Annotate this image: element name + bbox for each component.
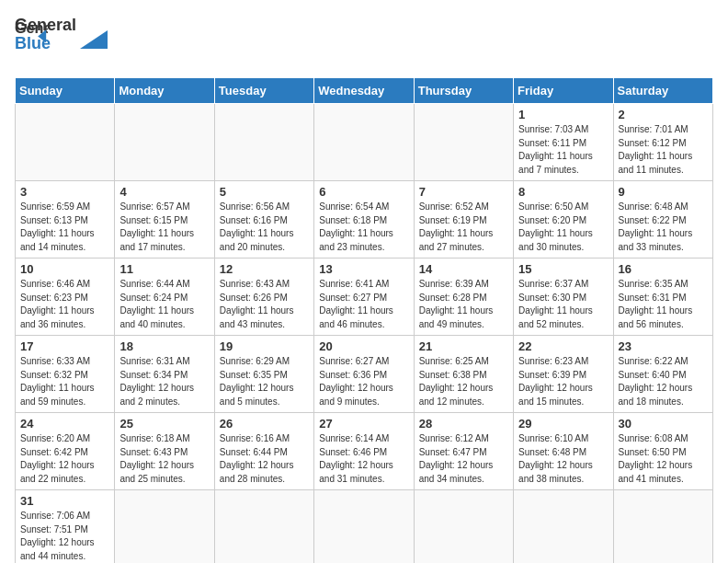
day-number: 4 xyxy=(119,185,209,199)
day-number: 19 xyxy=(220,339,309,353)
day-info: Sunrise: 6:48 AMSunset: 6:22 PMDaylight:… xyxy=(619,201,708,254)
calendar-cell xyxy=(414,490,513,564)
day-info: Sunrise: 6:59 AMSunset: 6:13 PMDaylight:… xyxy=(20,201,109,254)
calendar-cell: 19Sunrise: 6:29 AMSunset: 6:35 PMDayligh… xyxy=(214,336,313,413)
day-number: 31 xyxy=(20,494,109,508)
day-info: Sunrise: 6:44 AMSunset: 6:24 PMDaylight:… xyxy=(119,278,209,331)
day-number: 5 xyxy=(220,185,309,199)
day-number: 12 xyxy=(220,262,309,276)
calendar-cell: 10Sunrise: 6:46 AMSunset: 6:23 PMDayligh… xyxy=(16,259,115,336)
calendar-cell: 11Sunrise: 6:44 AMSunset: 6:24 PMDayligh… xyxy=(115,259,214,336)
calendar-cell: 5Sunrise: 6:56 AMSunset: 6:16 PMDaylight… xyxy=(214,181,313,259)
calendar-cell: 28Sunrise: 6:12 AMSunset: 6:47 PMDayligh… xyxy=(414,413,513,490)
logo-container: General Blue xyxy=(15,17,108,53)
calendar-cell: 1Sunrise: 7:03 AMSunset: 6:11 PMDaylight… xyxy=(514,104,613,181)
day-number: 3 xyxy=(20,185,109,199)
calendar-cell: 22Sunrise: 6:23 AMSunset: 6:39 PMDayligh… xyxy=(514,336,613,413)
calendar-cell xyxy=(613,490,712,564)
calendar-week-row: 1Sunrise: 7:03 AMSunset: 6:11 PMDaylight… xyxy=(16,104,713,181)
day-number: 22 xyxy=(518,339,608,353)
logo-general: General xyxy=(15,17,76,35)
weekday-header-row: SundayMondayTuesdayWednesdayThursdayFrid… xyxy=(16,78,713,104)
calendar-cell: 12Sunrise: 6:43 AMSunset: 6:26 PMDayligh… xyxy=(214,259,313,336)
calendar-cell xyxy=(414,104,513,181)
day-number: 24 xyxy=(20,417,109,431)
calendar-cell: 7Sunrise: 6:52 AMSunset: 6:19 PMDaylight… xyxy=(414,181,513,259)
calendar-cell: 21Sunrise: 6:25 AMSunset: 6:38 PMDayligh… xyxy=(414,336,513,413)
day-number: 18 xyxy=(119,339,209,353)
day-number: 9 xyxy=(619,185,708,199)
day-number: 20 xyxy=(319,339,408,353)
calendar-week-row: 24Sunrise: 6:20 AMSunset: 6:42 PMDayligh… xyxy=(16,413,713,490)
day-number: 7 xyxy=(419,185,508,199)
svg-marker-2 xyxy=(80,30,108,49)
calendar-cell xyxy=(214,104,313,181)
day-number: 13 xyxy=(319,262,408,276)
day-number: 28 xyxy=(419,417,508,431)
day-number: 15 xyxy=(518,262,608,276)
day-info: Sunrise: 6:46 AMSunset: 6:23 PMDaylight:… xyxy=(20,278,109,331)
calendar-cell xyxy=(514,490,613,564)
calendar-cell: 16Sunrise: 6:35 AMSunset: 6:31 PMDayligh… xyxy=(613,259,712,336)
day-info: Sunrise: 6:08 AMSunset: 6:50 PMDaylight:… xyxy=(619,432,708,486)
day-info: Sunrise: 6:14 AMSunset: 6:46 PMDaylight:… xyxy=(319,432,408,486)
day-info: Sunrise: 6:23 AMSunset: 6:39 PMDaylight:… xyxy=(518,355,608,408)
day-number: 10 xyxy=(20,262,109,276)
weekday-header-tuesday: Tuesday xyxy=(214,78,313,104)
calendar-cell xyxy=(115,104,214,181)
day-number: 25 xyxy=(119,417,209,431)
day-number: 29 xyxy=(518,417,608,431)
day-info: Sunrise: 6:12 AMSunset: 6:47 PMDaylight:… xyxy=(419,432,508,486)
calendar-cell: 6Sunrise: 6:54 AMSunset: 6:18 PMDaylight… xyxy=(314,181,414,259)
calendar-week-row: 3Sunrise: 6:59 AMSunset: 6:13 PMDaylight… xyxy=(16,181,713,259)
day-info: Sunrise: 7:03 AMSunset: 6:11 PMDaylight:… xyxy=(518,123,608,177)
calendar-table: SundayMondayTuesdayWednesdayThursdayFrid… xyxy=(15,77,713,563)
day-number: 26 xyxy=(220,417,309,431)
weekday-header-wednesday: Wednesday xyxy=(314,78,414,104)
day-info: Sunrise: 7:06 AMSunset: 7:51 PMDaylight:… xyxy=(20,510,109,563)
calendar-week-row: 17Sunrise: 6:33 AMSunset: 6:32 PMDayligh… xyxy=(16,336,713,413)
weekday-header-saturday: Saturday xyxy=(613,78,712,104)
logo-text-block: General Blue xyxy=(15,17,76,53)
day-info: Sunrise: 6:52 AMSunset: 6:19 PMDaylight:… xyxy=(419,201,508,254)
calendar-cell: 26Sunrise: 6:16 AMSunset: 6:44 PMDayligh… xyxy=(214,413,313,490)
day-info: Sunrise: 6:33 AMSunset: 6:32 PMDaylight:… xyxy=(20,355,109,408)
calendar-cell xyxy=(16,104,115,181)
day-info: Sunrise: 6:54 AMSunset: 6:18 PMDaylight:… xyxy=(319,201,408,254)
calendar-cell: 15Sunrise: 6:37 AMSunset: 6:30 PMDayligh… xyxy=(514,259,613,336)
calendar-cell: 3Sunrise: 6:59 AMSunset: 6:13 PMDaylight… xyxy=(16,181,115,259)
day-number: 17 xyxy=(20,339,109,353)
weekday-header-monday: Monday xyxy=(115,78,214,104)
calendar-cell: 4Sunrise: 6:57 AMSunset: 6:15 PMDaylight… xyxy=(115,181,214,259)
calendar-cell: 8Sunrise: 6:50 AMSunset: 6:20 PMDaylight… xyxy=(514,181,613,259)
calendar-cell: 31Sunrise: 7:06 AMSunset: 7:51 PMDayligh… xyxy=(16,490,115,564)
day-number: 1 xyxy=(518,108,608,121)
calendar-cell: 25Sunrise: 6:18 AMSunset: 6:43 PMDayligh… xyxy=(115,413,214,490)
calendar-cell: 18Sunrise: 6:31 AMSunset: 6:34 PMDayligh… xyxy=(115,336,214,413)
logo-blue: Blue xyxy=(15,35,76,53)
day-info: Sunrise: 6:43 AMSunset: 6:26 PMDaylight:… xyxy=(220,278,309,331)
calendar-cell: 24Sunrise: 6:20 AMSunset: 6:42 PMDayligh… xyxy=(16,413,115,490)
day-info: Sunrise: 6:57 AMSunset: 6:15 PMDaylight:… xyxy=(119,201,209,254)
day-info: Sunrise: 6:31 AMSunset: 6:34 PMDaylight:… xyxy=(119,355,209,408)
day-info: Sunrise: 6:35 AMSunset: 6:31 PMDaylight:… xyxy=(619,278,708,331)
calendar-week-row: 10Sunrise: 6:46 AMSunset: 6:23 PMDayligh… xyxy=(16,259,713,336)
day-info: Sunrise: 6:41 AMSunset: 6:27 PMDaylight:… xyxy=(319,278,408,331)
day-info: Sunrise: 6:10 AMSunset: 6:48 PMDaylight:… xyxy=(518,432,608,486)
calendar-cell: 27Sunrise: 6:14 AMSunset: 6:46 PMDayligh… xyxy=(314,413,414,490)
day-info: Sunrise: 6:29 AMSunset: 6:35 PMDaylight:… xyxy=(220,355,309,408)
calendar-cell: 14Sunrise: 6:39 AMSunset: 6:28 PMDayligh… xyxy=(414,259,513,336)
day-info: Sunrise: 6:39 AMSunset: 6:28 PMDaylight:… xyxy=(419,278,508,331)
day-info: Sunrise: 6:37 AMSunset: 6:30 PMDaylight:… xyxy=(518,278,608,331)
calendar-cell: 30Sunrise: 6:08 AMSunset: 6:50 PMDayligh… xyxy=(613,413,712,490)
day-number: 6 xyxy=(319,185,408,199)
day-info: Sunrise: 6:20 AMSunset: 6:42 PMDaylight:… xyxy=(20,432,109,486)
logo-triangle-icon xyxy=(80,21,108,49)
day-info: Sunrise: 6:18 AMSunset: 6:43 PMDaylight:… xyxy=(119,432,209,486)
day-number: 27 xyxy=(319,417,408,431)
page-header: General xyxy=(15,15,713,48)
day-info: Sunrise: 6:16 AMSunset: 6:44 PMDaylight:… xyxy=(220,432,309,486)
calendar-cell: 13Sunrise: 6:41 AMSunset: 6:27 PMDayligh… xyxy=(314,259,414,336)
day-number: 2 xyxy=(619,108,708,121)
calendar-cell xyxy=(314,104,414,181)
